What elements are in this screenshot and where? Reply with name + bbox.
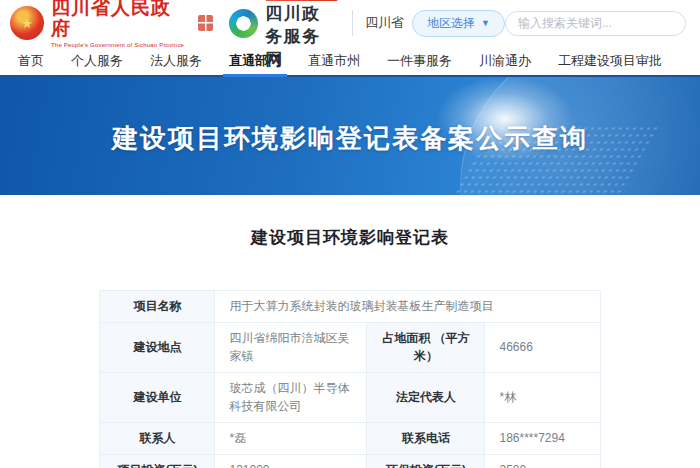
- field-value: 46666: [485, 322, 600, 372]
- field-value: *磊: [215, 422, 367, 454]
- field-label: 占地面积 （平方米）: [367, 322, 485, 372]
- search-input[interactable]: [505, 11, 686, 36]
- main-nav: 首页个人服务法人服务直通部门直通市州一件事服务川渝通办工程建设项目审批: [0, 46, 700, 77]
- field-label: 项目名称: [100, 291, 215, 323]
- chevron-down-icon: ▼: [481, 18, 490, 28]
- field-value: 2500: [485, 454, 600, 468]
- emblem-star-icon: ★: [21, 17, 33, 30]
- field-label: 联系电话: [367, 422, 485, 454]
- field-label: 法定代表人: [367, 372, 485, 422]
- content: 建设项目环境影响登记表 项目名称用于大算力系统封装的玻璃封装基板生产制造项目建设…: [0, 195, 700, 468]
- nav-item-川渝通办[interactable]: 川渝通办: [479, 46, 531, 75]
- national-emblem-icon: ★: [10, 6, 44, 40]
- nav-item-首页[interactable]: 首页: [18, 46, 44, 75]
- gov-title: 四川省人民政府: [51, 0, 185, 40]
- field-value: 131000: [215, 454, 367, 468]
- page-title: 建设项目环境影响登记表: [0, 226, 700, 249]
- nav-item-直通部门[interactable]: 直通部门: [229, 46, 281, 75]
- red-seal-icon: [198, 15, 213, 31]
- portal-badge: 全国一体化在线政务服务平台: [265, 0, 338, 1]
- nav-item-个人服务[interactable]: 个人服务: [71, 46, 123, 75]
- region-select-button[interactable]: 地区选择 ▼: [412, 10, 505, 37]
- gov-logo-text: 四川省人民政府 The People's Government of Sichu…: [51, 0, 185, 48]
- banner: 建设项目环境影响登记表备案公示查询: [0, 77, 700, 195]
- field-label: 项目投资(万元): [100, 454, 215, 468]
- field-value: 用于大算力系统封装的玻璃封装基板生产制造项目: [215, 291, 600, 323]
- field-value: 玻芯成（四川）半导体科技有限公司: [215, 372, 367, 422]
- nav-item-一件事服务[interactable]: 一件事服务: [387, 46, 452, 75]
- registration-table-body: 项目名称用于大算力系统封装的玻璃封装基板生产制造项目建设地点四川省绵阳市涪城区吴…: [100, 291, 600, 468]
- table-row: 建设单位玻芯成（四川）半导体科技有限公司法定代表人*林: [100, 372, 600, 422]
- field-label: 建设单位: [100, 372, 215, 422]
- nav-item-直通市州[interactable]: 直通市州: [308, 46, 360, 75]
- field-value: *林: [485, 372, 600, 422]
- table-row: 项目名称用于大算力系统封装的玻璃封装基板生产制造项目: [100, 291, 600, 323]
- page: ★ 四川省人民政府 The People's Government of Sic…: [0, 0, 700, 468]
- field-value: 186****7294: [485, 422, 600, 454]
- field-value: 四川省绵阳市涪城区吴家镇: [215, 322, 367, 372]
- field-label: 环保投资(万元): [367, 454, 485, 468]
- province-label: 四川省: [365, 14, 404, 32]
- registration-table: 项目名称用于大算力系统封装的玻璃封装基板生产制造项目建设地点四川省绵阳市涪城区吴…: [99, 290, 600, 468]
- table-row: 建设地点四川省绵阳市涪城区吴家镇占地面积 （平方米）46666: [100, 322, 600, 372]
- region-select-label: 地区选择: [427, 15, 475, 32]
- portal-logo-icon: [229, 9, 258, 38]
- nav-item-法人服务[interactable]: 法人服务: [150, 46, 202, 75]
- gov-logo[interactable]: ★ 四川省人民政府 The People's Government of Sic…: [10, 0, 213, 48]
- site-header: ★ 四川省人民政府 The People's Government of Sic…: [0, 0, 700, 46]
- field-label: 建设地点: [100, 322, 215, 372]
- field-label: 联系人: [100, 422, 215, 454]
- banner-title: 建设项目环境影响登记表备案公示查询: [0, 121, 700, 156]
- header-divider: [352, 10, 353, 36]
- nav-item-工程建设项目审批[interactable]: 工程建设项目审批: [558, 46, 662, 75]
- table-row: 项目投资(万元)131000环保投资(万元)2500: [100, 454, 600, 468]
- table-row: 联系人*磊联系电话186****7294: [100, 422, 600, 454]
